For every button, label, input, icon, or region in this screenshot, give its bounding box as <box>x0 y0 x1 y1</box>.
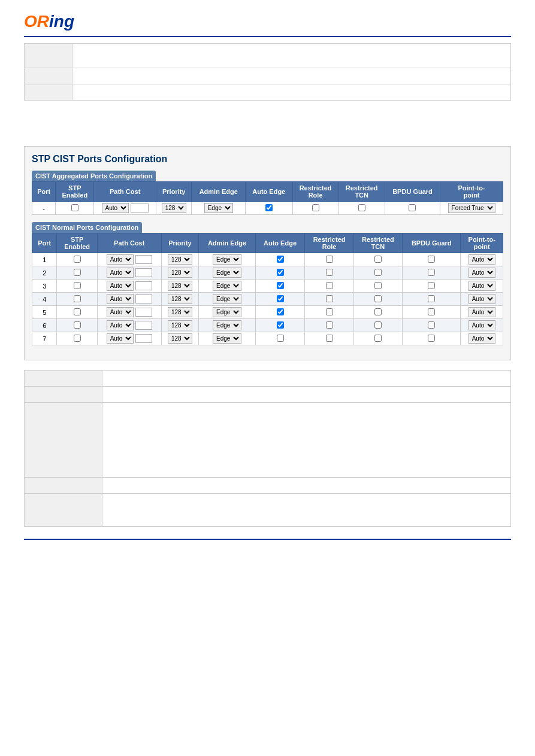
auto-edge-checkbox[interactable] <box>277 321 284 329</box>
bpdu-guard-checkbox[interactable] <box>428 321 435 329</box>
bpdu-guard-cell[interactable] <box>403 266 461 280</box>
priority-select[interactable]: 128 <box>168 307 192 317</box>
stp-enabled-checkbox[interactable] <box>74 282 81 289</box>
stp-enabled-cell[interactable] <box>57 306 97 319</box>
restricted-tcn-cell[interactable] <box>353 306 402 319</box>
restricted-tcn-checkbox[interactable] <box>374 308 382 315</box>
admin-edge-select[interactable]: Edge <box>213 307 241 317</box>
stp-enabled-cell[interactable] <box>57 266 97 280</box>
agg-restricted-tcn-checkbox[interactable] <box>358 204 365 211</box>
stp-enabled-checkbox[interactable] <box>74 308 81 315</box>
admin-edge-cell[interactable]: Edge <box>199 319 255 332</box>
path-cost-cell[interactable]: Auto <box>97 306 161 319</box>
stp-enabled-checkbox[interactable] <box>74 256 81 263</box>
restricted-role-checkbox[interactable] <box>326 321 333 329</box>
p2p-select[interactable]: Auto <box>468 281 495 291</box>
admin-edge-cell[interactable]: Edge <box>199 280 255 293</box>
stp-enabled-cell[interactable] <box>57 319 97 332</box>
stp-enabled-checkbox[interactable] <box>74 295 81 302</box>
auto-edge-cell[interactable] <box>255 306 305 319</box>
restricted-role-checkbox[interactable] <box>326 256 333 263</box>
admin-edge-select[interactable]: Edge <box>213 268 241 278</box>
agg-stp-checkbox[interactable] <box>71 204 78 211</box>
agg-bpdu-guard[interactable] <box>385 202 440 215</box>
auto-edge-checkbox[interactable] <box>277 335 284 342</box>
path-cost-input[interactable] <box>135 268 152 277</box>
bpdu-guard-checkbox[interactable] <box>428 335 435 342</box>
admin-edge-cell[interactable]: Edge <box>199 293 255 306</box>
bpdu-guard-checkbox[interactable] <box>428 308 435 315</box>
bpdu-guard-cell[interactable] <box>403 319 461 332</box>
stp-enabled-cell[interactable] <box>57 280 97 293</box>
priority-cell[interactable]: 128 <box>161 266 199 280</box>
auto-edge-checkbox[interactable] <box>277 256 284 263</box>
auto-edge-checkbox[interactable] <box>277 295 284 302</box>
auto-edge-cell[interactable] <box>255 319 305 332</box>
agg-auto-edge[interactable] <box>245 202 292 215</box>
priority-select[interactable]: 128 <box>168 254 192 265</box>
path-cost-input[interactable] <box>135 308 152 317</box>
bpdu-guard-cell[interactable] <box>403 306 461 319</box>
path-cost-cell[interactable]: Auto <box>97 319 161 332</box>
p2p-cell[interactable]: Auto <box>461 280 503 293</box>
admin-edge-cell[interactable]: Edge <box>199 332 255 345</box>
agg-priority[interactable]: 128 <box>156 202 192 215</box>
path-cost-select[interactable]: Auto <box>107 294 134 304</box>
priority-cell[interactable]: 128 <box>161 319 199 332</box>
path-cost-cell[interactable]: Auto <box>97 266 161 280</box>
agg-path-cost-select[interactable]: Auto <box>102 203 129 213</box>
agg-restricted-tcn[interactable] <box>338 202 385 215</box>
stp-enabled-cell[interactable] <box>57 332 97 345</box>
restricted-role-checkbox[interactable] <box>326 335 333 342</box>
admin-edge-cell[interactable]: Edge <box>199 306 255 319</box>
priority-cell[interactable]: 128 <box>161 293 199 306</box>
path-cost-select[interactable]: Auto <box>107 307 134 317</box>
bpdu-guard-checkbox[interactable] <box>428 256 435 263</box>
priority-select[interactable]: 128 <box>168 333 192 344</box>
restricted-tcn-cell[interactable] <box>353 280 402 293</box>
restricted-tcn-checkbox[interactable] <box>374 256 382 263</box>
auto-edge-cell[interactable] <box>255 253 305 266</box>
priority-cell[interactable]: 128 <box>161 332 199 345</box>
path-cost-select[interactable]: Auto <box>107 268 134 278</box>
p2p-select[interactable]: Auto <box>468 294 495 304</box>
path-cost-cell[interactable]: Auto <box>97 332 161 345</box>
agg-restricted-role-checkbox[interactable] <box>312 204 319 211</box>
restricted-role-cell[interactable] <box>305 253 353 266</box>
admin-edge-cell[interactable]: Edge <box>199 266 255 280</box>
restricted-tcn-cell[interactable] <box>353 319 402 332</box>
auto-edge-checkbox[interactable] <box>277 282 284 289</box>
path-cost-select[interactable]: Auto <box>107 320 134 330</box>
restricted-role-checkbox[interactable] <box>326 295 333 302</box>
p2p-cell[interactable]: Auto <box>461 319 503 332</box>
restricted-role-checkbox[interactable] <box>326 282 333 289</box>
path-cost-input[interactable] <box>135 294 152 303</box>
restricted-tcn-cell[interactable] <box>353 266 402 280</box>
auto-edge-checkbox[interactable] <box>277 269 284 276</box>
agg-stp-enabled[interactable] <box>56 202 94 215</box>
admin-edge-select[interactable]: Edge <box>213 281 241 291</box>
restricted-tcn-checkbox[interactable] <box>374 295 382 302</box>
path-cost-cell[interactable]: Auto <box>97 293 161 306</box>
restricted-tcn-cell[interactable] <box>353 293 402 306</box>
p2p-cell[interactable]: Auto <box>461 266 503 280</box>
restricted-role-checkbox[interactable] <box>326 269 333 276</box>
restricted-tcn-cell[interactable] <box>353 253 402 266</box>
restricted-tcn-checkbox[interactable] <box>374 321 382 329</box>
agg-p2p-select[interactable]: Forced True <box>448 203 495 213</box>
agg-admin-edge[interactable]: Edge <box>192 202 245 215</box>
restricted-tcn-checkbox[interactable] <box>374 282 382 289</box>
priority-select[interactable]: 128 <box>168 268 192 278</box>
p2p-select[interactable]: Auto <box>468 254 495 265</box>
path-cost-input[interactable] <box>135 281 152 290</box>
p2p-select[interactable]: Auto <box>468 307 495 317</box>
restricted-role-cell[interactable] <box>305 319 353 332</box>
stp-enabled-checkbox[interactable] <box>74 321 81 329</box>
path-cost-select[interactable]: Auto <box>107 333 134 344</box>
restricted-role-cell[interactable] <box>305 306 353 319</box>
priority-cell[interactable]: 128 <box>161 306 199 319</box>
path-cost-input[interactable] <box>135 334 152 343</box>
p2p-cell[interactable]: Auto <box>461 306 503 319</box>
priority-cell[interactable]: 128 <box>161 253 199 266</box>
auto-edge-checkbox[interactable] <box>277 308 284 315</box>
